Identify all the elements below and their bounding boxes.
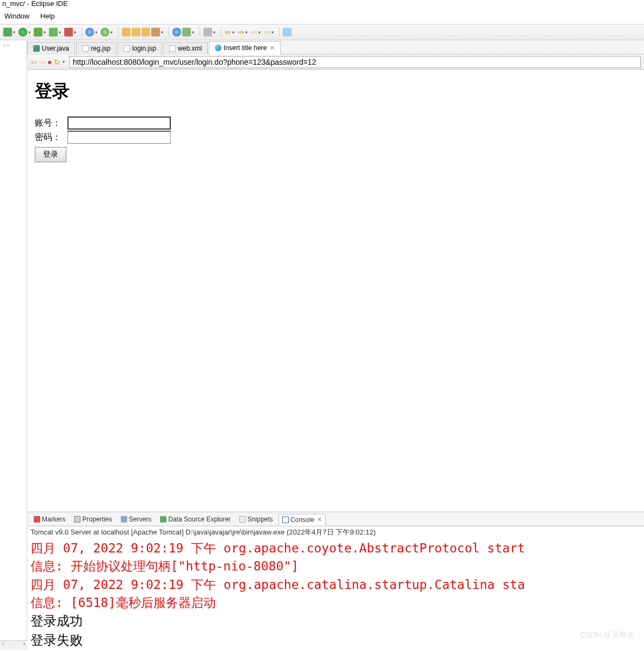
back-icon[interactable]: ⇐ [225,28,231,36]
log-line: 信息: 开始协议处理句柄["http-nio-8080"] [30,559,299,573]
browser-icon[interactable] [172,28,181,36]
dropdown-icon[interactable]: ▾ [161,30,163,35]
dropdown-icon[interactable]: ▾ [245,30,247,35]
nav-forward-icon[interactable]: ⇨ [39,58,46,66]
login-button[interactable]: 登录 [35,147,66,162]
tab-servers[interactable]: Servers [117,514,154,525]
console-output: 四月 07, 2022 9:02:19 下午 org.apache.coyote… [27,538,644,651]
browser-toolbar: ⇦ ⇨ ■ ↻ ▾ [27,54,644,70]
log-line: 信息: [6518]毫秒后服务器启动 [30,595,216,610]
dropdown-icon[interactable]: ▾ [74,30,76,35]
page-heading: 登录 [35,79,636,103]
tab-label: Markers [42,515,65,523]
password-label: 密码： [35,132,67,143]
tab-console[interactable]: Console✕ [278,514,326,526]
scroll-arrows[interactable]: ‹› [0,640,27,650]
java-file-icon [33,45,40,52]
log-line: 四月 07, 2022 9:02:19 下午 org.apache.coyote… [30,541,525,555]
separator [200,27,200,37]
forward-icon[interactable]: ⇒ [238,28,244,36]
dropdown-icon[interactable]: ▾ [13,30,15,35]
sync-icon[interactable] [101,28,109,36]
nav-back-icon[interactable]: ⇐ [251,28,257,36]
dropdown-icon[interactable]: ▾ [192,30,194,35]
menu-window[interactable]: Window [4,12,29,20]
tab-login-jsp[interactable]: login.jsp [117,42,162,54]
log-line: 四月 07, 2022 9:02:19 下午 org.apache.catali… [30,578,525,592]
stop-icon[interactable] [64,28,73,36]
tab-label: Console [290,516,314,524]
bottom-panel: Markers Properties Servers Data Source E… [27,512,644,651]
wand-icon[interactable] [151,28,160,36]
save-icon[interactable] [141,28,150,36]
tab-web-xml[interactable]: web.xml [163,42,208,54]
dropdown-icon[interactable]: ▾ [271,30,274,35]
xml-file-icon [169,45,176,52]
menu-bar: Window Help [0,10,644,24]
separator [279,27,280,37]
dropdown-icon[interactable]: ▾ [110,30,113,35]
login-form: 账号： 密码： 登录 [35,116,636,162]
main-toolbar: ▾ ▾ ▾ ▾ ▾ ▾ ▾ ▾ ▾ ▾ ⇐▾ ⇒▾ ⇐▾ ⇒▾ [0,24,644,40]
dropdown-icon[interactable]: ▾ [232,30,234,35]
dropdown-icon[interactable]: ▾ [44,30,46,35]
tab-dse[interactable]: Data Source Explorer [157,514,234,525]
task-icon[interactable] [203,28,212,36]
separator [82,27,82,37]
run-last-icon[interactable] [34,28,42,36]
pin-icon[interactable] [283,28,292,36]
nav-refresh-icon[interactable]: ↻ [54,58,60,66]
tab-label: User.java [42,45,69,52]
dropdown-icon[interactable]: ▾ [59,30,61,35]
globe-icon[interactable] [85,28,94,36]
coverage-icon[interactable] [49,28,58,36]
tab-markers[interactable]: Markers [30,514,69,525]
nav-back-icon[interactable]: ⇦ [30,58,37,66]
browser-page: 登录 账号： 密码： 登录 [27,70,644,512]
tab-reg-jsp[interactable]: reg.jsp [76,42,116,54]
dropdown-icon[interactable]: ▾ [95,30,97,35]
jsp-file-icon [82,45,89,52]
tab-label: Insert title here [224,44,267,52]
nav-fwd-icon[interactable]: ⇒ [264,28,270,36]
dropdown-icon[interactable]: ▾ [63,59,65,64]
tab-label: Properties [82,515,112,523]
separator [221,27,221,37]
open-icon[interactable] [132,28,140,36]
minimize-restore-icon[interactable]: ▫ ▫ [3,42,9,48]
close-icon[interactable]: ✕ [270,45,275,52]
password-input[interactable] [67,131,171,144]
log-line: 登录失败 [30,633,83,647]
account-label: 账号： [35,118,67,129]
tab-label: login.jsp [132,45,156,52]
markers-icon [34,516,40,523]
nav-stop-icon[interactable]: ■ [48,59,52,65]
dropdown-icon[interactable]: ▾ [213,30,215,35]
bottom-tabs: Markers Properties Servers Data Source E… [27,512,644,526]
run-icon[interactable] [18,28,27,36]
dropdown-icon[interactable]: ▾ [28,30,30,35]
close-icon[interactable]: ✕ [317,516,322,523]
left-mini-panel: ▫ ▫ ‹› [0,40,27,650]
tab-label: Snippets [247,515,273,523]
tab-user-java[interactable]: User.java [27,42,75,54]
snippets-icon [239,516,246,523]
new-icon[interactable] [122,28,131,36]
tab-label: reg.jsp [91,45,110,52]
console-header: Tomcat v9.0 Server at localhost [Apache … [27,526,644,538]
web-browser-icon [215,45,221,51]
tab-browser-active[interactable]: Insert title here ✕ [209,41,281,54]
main-area: User.java reg.jsp login.jsp web.xml Inse… [27,40,644,651]
dropdown-icon[interactable]: ▾ [258,30,261,35]
search-icon[interactable] [182,28,191,36]
servers-icon [121,516,127,523]
debug-icon[interactable] [3,28,12,36]
tab-properties[interactable]: Properties [71,514,115,525]
tab-snippets[interactable]: Snippets [236,514,276,525]
tab-label: web.xml [178,45,202,52]
editor-tabs: User.java reg.jsp login.jsp web.xml Inse… [27,40,644,54]
account-input[interactable] [67,116,171,130]
properties-icon [74,516,81,523]
menu-help[interactable]: Help [40,12,55,20]
url-input[interactable] [69,56,641,68]
